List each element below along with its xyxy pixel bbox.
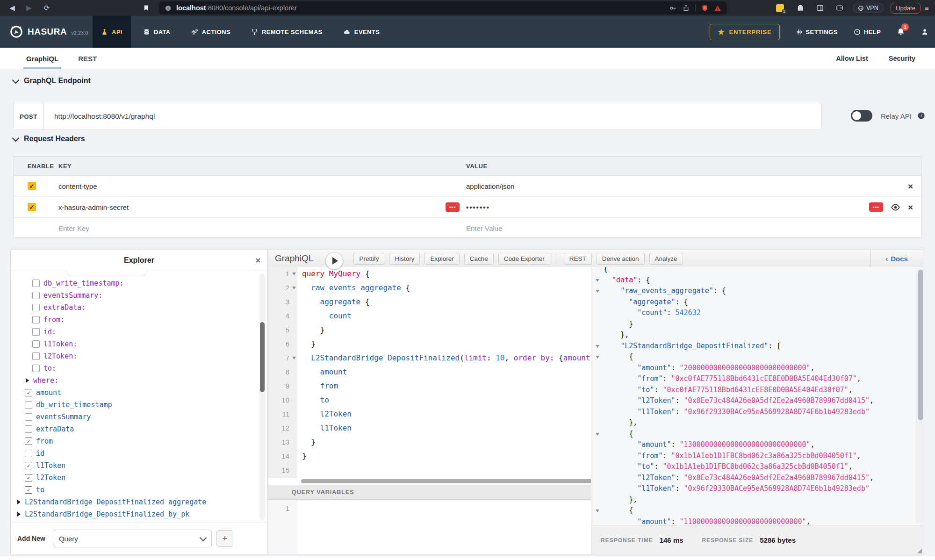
notifications-button[interactable]: 1 [897,28,905,36]
explorer-arg-db_write_timestamp[interactable]: db_write_timestamp: [11,277,267,289]
fold-arrow-icon[interactable] [596,279,599,282]
checkbox-icon[interactable] [25,425,32,433]
explorer-arg-eventssummary[interactable]: eventsSummary: [11,289,267,302]
analyze-button[interactable]: Analyze [649,253,683,265]
derive-action-button[interactable]: Derive action [597,253,645,265]
explorer-item-l2standardbridge_depositfinalized_by_pk[interactable]: L2StandardBridge_DepositFinalized_by_pk [11,508,267,520]
checkbox-icon[interactable] [32,316,40,323]
admin-secret-pill[interactable]: ••• [869,202,883,212]
checkbox-icon[interactable] [32,304,40,311]
site-info-icon[interactable] [165,0,172,16]
profile-button[interactable] [921,28,928,36]
explorer-field-l2token[interactable]: ✓l2Token [11,472,267,484]
graphql-endpoint-section[interactable]: GraphQL Endpoint [13,77,91,85]
explorer-field-l1token[interactable]: ✓l1Token [11,459,267,472]
history-button[interactable]: History [389,253,420,265]
tab-graphiql[interactable]: GraphiQL [26,48,58,69]
fold-arrow-icon[interactable] [292,287,296,289]
rest-button[interactable]: REST [564,253,592,265]
info-icon[interactable]: i [917,112,925,122]
query-variables-bar[interactable]: QUERY VARIABLES [268,485,591,500]
explorer-field-from[interactable]: ✓from [11,435,267,447]
fold-arrow-icon[interactable] [596,433,599,436]
checkbox-icon[interactable]: ✓ [25,389,32,396]
endpoint-url-input[interactable]: http://localhost:8080/v1/graphql [44,103,155,129]
add-new-select[interactable]: Query [53,530,212,547]
brave-shield-icon[interactable] [701,4,708,12]
browser-menu-icon[interactable]: ≡ [922,0,932,16]
close-icon[interactable]: × [255,255,261,266]
extension-icon[interactable]: 1 [775,0,784,16]
remove-header-icon[interactable]: × [908,182,913,191]
nav-item-events[interactable]: EVENTS [335,16,388,48]
explorer-field-to[interactable]: ✓to [11,484,267,496]
explorer-field-amount[interactable]: ✓amount [11,387,267,399]
eye-icon[interactable] [891,204,900,211]
explorer-arg-l1token[interactable]: l1Token: [11,338,267,350]
checkbox-icon[interactable] [32,365,40,372]
fold-arrow-icon[interactable] [292,357,296,359]
fold-arrow-icon[interactable] [596,290,599,293]
nav-item-data[interactable]: DATA [135,16,179,48]
header-key-input[interactable]: x-hasura-admin-secret [58,203,129,211]
explorer-arg-to[interactable]: to: [11,362,267,374]
explorer-arg-from[interactable]: from: [11,314,267,326]
link-allow-list[interactable]: Allow List [836,48,868,69]
query-editor[interactable]: query MyQuery { raw_events_aggregate { a… [297,267,591,478]
wallet-icon[interactable] [834,0,845,16]
vpn-button[interactable]: VPN [853,0,884,16]
fold-arrow-icon[interactable] [596,356,599,359]
explorer-scrollbar-thumb[interactable] [260,322,265,392]
explorer-field-id[interactable]: id [11,447,267,459]
explorer-scrollbar[interactable] [259,273,265,520]
help-button[interactable]: ? HELP [854,29,881,36]
fold-arrow-icon[interactable] [292,273,296,275]
checkbox-icon[interactable] [32,292,40,299]
key-icon[interactable] [669,4,677,12]
checkbox-icon[interactable] [32,280,40,287]
cache-button[interactable]: Cache [464,253,494,265]
settings-button[interactable]: SETTINGS [796,29,838,36]
tab-rest[interactable]: REST [78,48,97,69]
hasura-brand[interactable]: HASURA v2.23.0 [9,16,88,48]
code-exporter-button[interactable]: Code Exporter [498,253,550,265]
back-icon[interactable]: ◀ [7,0,18,16]
checkbox-icon[interactable]: ✓ [25,462,32,469]
reload-icon[interactable]: ⟳ [41,0,52,16]
checkbox-icon[interactable] [32,328,40,336]
sidebar-icon[interactable] [814,0,826,16]
explorer-arg-extradata[interactable]: extraData: [11,302,267,314]
explorer-field-db_write_timestamp[interactable]: db_write_timestamp [11,399,267,411]
checkbox-icon[interactable]: ✓ [25,438,32,445]
ghost-extension-icon[interactable] [795,0,806,16]
url-bar[interactable]: localhost:8080/console/api/api-explorer [159,1,727,14]
resize-handle-icon[interactable]: ◢ [917,547,922,554]
remove-header-icon[interactable]: × [908,203,913,212]
enterprise-button[interactable]: ★ ENTERPRISE [710,24,779,40]
checkbox-icon[interactable]: ✓ [25,474,32,481]
share-icon[interactable] [683,4,690,12]
explorer-arg-where[interactable]: where: [11,374,267,387]
checkbox-icon[interactable] [25,401,32,409]
nav-item-api[interactable]: API [93,16,131,48]
add-new-plus-button[interactable]: + [216,530,233,547]
explorer-button[interactable]: Explorer [424,253,459,265]
enable-checkbox[interactable]: ✓ [28,182,36,190]
header-value-input[interactable]: ••••••• [466,203,490,211]
bookmark-icon[interactable] [140,0,151,16]
checkbox-icon[interactable] [32,352,40,360]
nav-item-actions[interactable]: ACTIONS [183,16,239,48]
new-value-input[interactable]: Enter Value [466,224,502,232]
fold-arrow-icon[interactable] [596,510,599,512]
prettify-button[interactable]: Prettify [353,253,384,265]
new-key-input[interactable]: Enter Key [58,224,89,232]
docs-button[interactable]: ‹ Docs [870,250,923,267]
request-headers-section[interactable]: Request Headers [13,135,85,143]
response-scrollbar-thumb[interactable] [918,270,923,420]
link-security[interactable]: Security [889,48,915,69]
relay-api-toggle[interactable] [851,110,872,122]
enable-checkbox[interactable]: ✓ [28,203,36,211]
query-variables-editor[interactable]: 1 [268,500,591,554]
explorer-field-eventssummary[interactable]: eventsSummary [11,411,267,423]
explorer-field-extradata[interactable]: extraData [11,423,267,435]
